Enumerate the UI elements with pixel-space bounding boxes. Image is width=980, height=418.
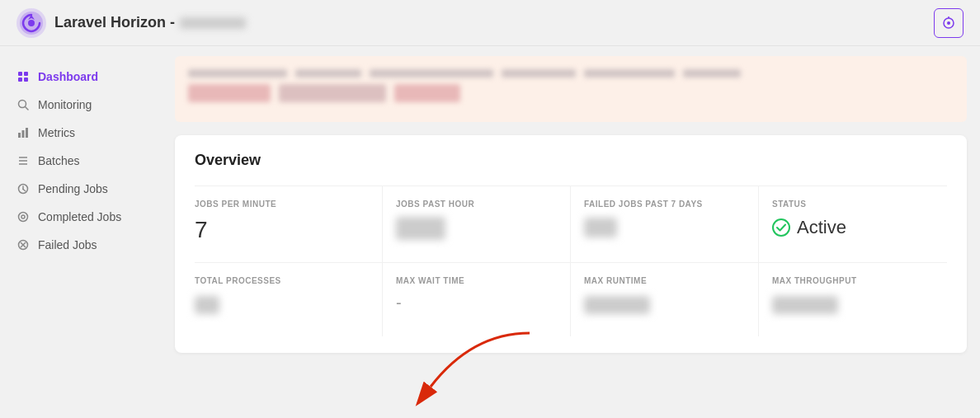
- header-left: Laravel Horizon -: [16, 8, 246, 38]
- bar-chart-icon: [16, 126, 30, 139]
- sidebar-item-label: Metrics: [38, 126, 75, 139]
- metric-label: MAX RUNTIME: [584, 276, 745, 285]
- overview-card: Overview JOBS PER MINUTE 7: [175, 135, 967, 353]
- metric-status: STATUS Active: [759, 186, 947, 262]
- status-circle-icon: [772, 218, 790, 237]
- sidebar-item-label: Monitoring: [38, 98, 92, 111]
- svg-point-21: [19, 213, 28, 222]
- sidebar-item-label: Failed Jobs: [38, 238, 97, 251]
- header: Laravel Horizon -: [0, 0, 980, 46]
- svg-rect-14: [26, 128, 28, 138]
- svg-rect-12: [18, 133, 21, 138]
- layout: Dashboard Monitoring Metrics: [0, 46, 980, 418]
- clock-icon: [16, 182, 30, 195]
- metric-label: FAILED JOBS PAST 7 DAYS: [584, 200, 745, 209]
- search-icon: [16, 98, 30, 111]
- svg-line-20: [23, 190, 26, 191]
- sidebar-item-monitoring[interactable]: Monitoring: [0, 91, 165, 119]
- svg-point-2: [28, 20, 35, 26]
- metric-max-runtime: MAX RUNTIME: [571, 263, 759, 336]
- metric-label: JOBS PER MINUTE: [195, 200, 369, 209]
- sidebar-item-label: Completed Jobs: [38, 210, 121, 223]
- arrow-annotation: [406, 325, 538, 411]
- metrics-row-1: JOBS PER MINUTE 7: [195, 186, 947, 262]
- sidebar-item-dashboard[interactable]: Dashboard: [0, 63, 165, 91]
- sidebar-item-label: Dashboard: [38, 70, 98, 83]
- status-text: Active: [797, 217, 846, 238]
- metric-value: [396, 217, 557, 246]
- metric-value: -: [396, 294, 557, 312]
- main-content: Overview JOBS PER MINUTE 7: [165, 46, 980, 418]
- metrics-row-2: TOTAL PROCESSES MAX WAIT TIME - MAX RUNT…: [195, 262, 947, 336]
- horizon-icon: [942, 16, 955, 30]
- metric-value: [584, 217, 745, 243]
- svg-rect-13: [22, 130, 25, 138]
- horizon-button[interactable]: [934, 8, 964, 38]
- blurred-value: [195, 296, 219, 314]
- metric-max-throughput: MAX THROUGHPUT: [759, 263, 947, 336]
- app-title-blurred: [180, 17, 246, 29]
- sidebar-item-failed-jobs[interactable]: Failed Jobs: [0, 231, 165, 259]
- metric-max-wait-time: MAX WAIT TIME -: [383, 263, 571, 336]
- sidebar-item-label: Batches: [38, 154, 80, 167]
- list-icon: [16, 154, 30, 167]
- metric-label: STATUS: [772, 200, 947, 209]
- metric-label: JOBS PAST HOUR: [396, 200, 557, 209]
- metric-jobs-per-minute: JOBS PER MINUTE 7: [195, 186, 383, 262]
- metric-value: [584, 294, 745, 320]
- svg-rect-9: [24, 77, 28, 82]
- svg-rect-8: [18, 77, 22, 82]
- sidebar-item-metrics[interactable]: Metrics: [0, 119, 165, 147]
- x-circle-icon: [16, 238, 30, 251]
- blurred-value: [584, 218, 617, 237]
- check-circle-icon: [16, 210, 30, 223]
- blurred-value: [396, 217, 445, 240]
- metric-label: MAX THROUGHPUT: [772, 276, 947, 285]
- metric-label: MAX WAIT TIME: [396, 276, 557, 285]
- metric-value: 7: [195, 217, 369, 243]
- metric-value: [772, 294, 947, 320]
- blurred-value: [772, 296, 838, 314]
- metric-value: [195, 294, 369, 320]
- svg-rect-6: [18, 72, 22, 76]
- svg-point-22: [21, 215, 25, 218]
- svg-point-4: [947, 21, 950, 25]
- metric-failed-jobs-past-7-days: FAILED JOBS PAST 7 DAYS: [571, 186, 759, 262]
- metric-label: TOTAL PROCESSES: [195, 276, 369, 285]
- grid-icon: [16, 70, 30, 83]
- metric-jobs-past-hour: JOBS PAST HOUR: [383, 186, 571, 262]
- overview-title: Overview: [195, 152, 947, 169]
- sidebar: Dashboard Monitoring Metrics: [0, 46, 165, 418]
- status-active: Active: [772, 217, 947, 238]
- sidebar-item-batches[interactable]: Batches: [0, 147, 165, 175]
- sidebar-item-label: Pending Jobs: [38, 182, 108, 195]
- svg-rect-7: [24, 72, 28, 76]
- app-title: Laravel Horizon -: [54, 14, 246, 31]
- svg-line-11: [26, 107, 29, 110]
- sidebar-item-completed-jobs[interactable]: Completed Jobs: [0, 203, 165, 231]
- metric-total-processes: TOTAL PROCESSES: [195, 263, 383, 336]
- sidebar-item-pending-jobs[interactable]: Pending Jobs: [0, 175, 165, 203]
- logo-icon: [16, 8, 46, 38]
- blurred-value: [584, 296, 650, 314]
- banner: [175, 56, 967, 122]
